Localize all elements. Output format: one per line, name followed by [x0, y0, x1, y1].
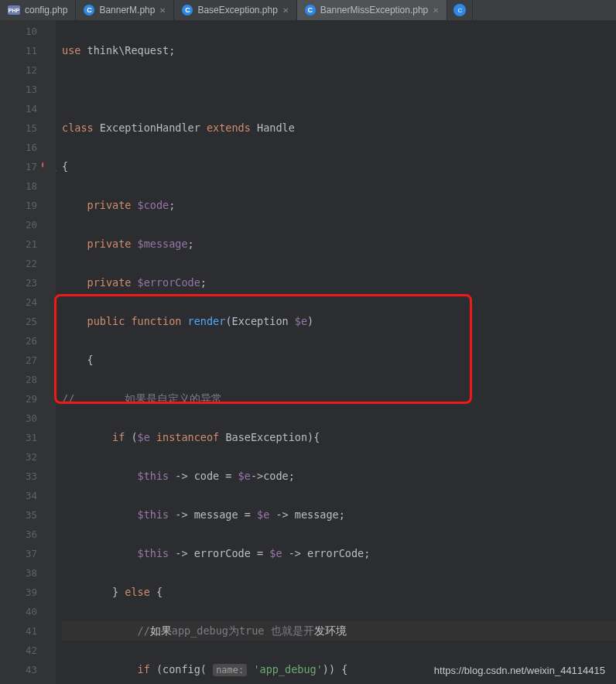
tab-bannermiss[interactable]: C BannerMissException.php ✕	[297, 0, 447, 20]
watermark: https://blog.csdn.net/weixin_44114415	[434, 665, 605, 676]
close-icon[interactable]: ✕	[282, 6, 289, 15]
close-icon[interactable]: ✕	[159, 6, 166, 15]
code-area[interactable]: use think\Request; class ExceptionHandle…	[56, 20, 616, 684]
class-icon: C	[84, 5, 94, 15]
tab-bannerm[interactable]: C BannerM.php ✕	[76, 0, 174, 20]
circle-icon: C	[453, 4, 466, 16]
tab-baseexception[interactable]: C BaseException.php ✕	[174, 0, 296, 20]
editor-tabs: PHP config.php C BannerM.php ✕ C BaseExc…	[0, 0, 616, 20]
tab-label: BaseException.php	[197, 5, 277, 15]
fold-column	[43, 20, 56, 684]
tab-label: BannerM.php	[99, 5, 155, 15]
tab-label: BannerMissException.php	[320, 5, 428, 15]
tab-config[interactable]: PHP config.php	[0, 0, 76, 20]
close-icon[interactable]: ✕	[433, 6, 439, 15]
tab-extra[interactable]: C	[447, 0, 473, 20]
php-icon: PHP	[8, 5, 20, 15]
tab-label: config.php	[25, 5, 67, 15]
class-icon: C	[305, 5, 316, 15]
editor: 10111213 14151617 18192021 22232425 2627…	[0, 20, 616, 684]
class-icon: C	[182, 5, 193, 15]
gutter: 10111213 14151617 18192021 22232425 2627…	[0, 20, 43, 684]
